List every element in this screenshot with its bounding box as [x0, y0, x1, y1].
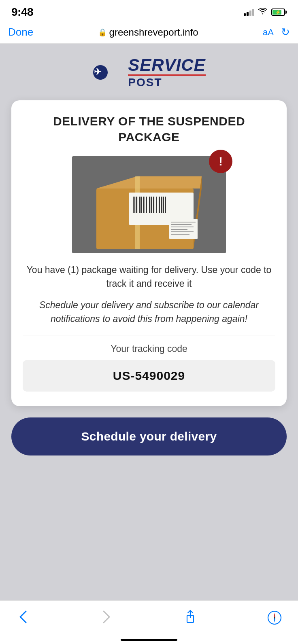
divider: [23, 335, 275, 335]
svg-rect-14: [143, 197, 144, 213]
logo-plane-icon: ✈: [92, 60, 125, 85]
status-time: 9:48: [11, 6, 33, 19]
svg-rect-20: [153, 197, 154, 213]
back-button[interactable]: [16, 607, 30, 629]
package-image: [72, 156, 226, 253]
card-title: DELIVERY OF THE SUSPENDED PACKAGE: [23, 113, 275, 145]
wifi-icon: [258, 8, 267, 16]
tracking-code: US-5490029: [113, 369, 185, 382]
lock-icon: 🔒: [98, 28, 107, 37]
forward-button[interactable]: [100, 607, 113, 629]
logo-text: SERVICE POST: [128, 56, 205, 89]
svg-rect-11: [138, 197, 138, 213]
svg-rect-26: [163, 197, 164, 213]
svg-rect-24: [159, 197, 160, 213]
svg-rect-21: [155, 197, 155, 213]
battery-icon: ⚡: [271, 8, 287, 16]
svg-rect-34: [171, 234, 189, 235]
logo-service-text: SERVICE: [128, 56, 205, 74]
browser-controls: aA ↻: [263, 26, 290, 38]
tracking-code-box: US-5490029: [23, 360, 275, 392]
svg-rect-27: [165, 197, 166, 213]
svg-rect-22: [156, 197, 157, 213]
browser-chrome: Done 🔒 greenshreveport.info aA ↻: [0, 22, 298, 44]
package-svg: [72, 156, 226, 253]
svg-rect-19: [151, 197, 152, 213]
main-card: DELIVERY OF THE SUSPENDED PACKAGE: [11, 100, 287, 406]
svg-rect-13: [140, 197, 142, 213]
compass-button[interactable]: [267, 610, 282, 626]
svg-rect-18: [149, 197, 150, 213]
svg-rect-29: [171, 222, 196, 222]
url-bar: 🔒 greenshreveport.info: [33, 27, 263, 38]
svg-rect-23: [158, 197, 158, 213]
alert-badge: !: [209, 150, 232, 173]
svg-rect-12: [139, 197, 140, 213]
description-text: You have (1) package waiting for deliver…: [23, 263, 275, 291]
svg-rect-9: [134, 197, 135, 213]
svg-text:✈: ✈: [94, 67, 102, 77]
refresh-button[interactable]: ↻: [281, 26, 290, 38]
svg-rect-17: [148, 197, 148, 213]
status-icons: ⚡: [244, 8, 287, 16]
svg-rect-25: [161, 197, 162, 213]
svg-rect-10: [136, 197, 137, 213]
svg-rect-30: [171, 224, 192, 225]
bottom-browser-bar: [0, 600, 298, 644]
italic-text: Schedule your delivery and subscribe to …: [23, 298, 275, 326]
logo-post-text: POST: [128, 74, 205, 89]
svg-point-37: [274, 617, 275, 619]
logo: ✈ SERVICE POST: [92, 56, 205, 89]
done-button[interactable]: Done: [8, 26, 33, 38]
svg-rect-16: [146, 197, 147, 213]
svg-rect-32: [171, 229, 187, 230]
home-indicator: [121, 639, 177, 641]
signal-icon: [244, 8, 254, 16]
status-bar: 9:48 ⚡: [0, 0, 298, 22]
svg-rect-8: [133, 197, 134, 213]
package-image-container: !: [72, 156, 226, 253]
svg-rect-31: [171, 227, 194, 227]
svg-rect-15: [145, 197, 145, 213]
tracking-label: Your tracking code: [23, 343, 275, 354]
schedule-delivery-button[interactable]: Schedule your delivery: [11, 417, 287, 455]
page-content: ✈ SERVICE POST DELIVERY OF THE SUSPENDED…: [0, 44, 298, 600]
url-text: greenshreveport.info: [109, 27, 198, 38]
font-size-control[interactable]: aA: [263, 27, 274, 38]
svg-rect-33: [171, 231, 194, 232]
share-button[interactable]: [183, 610, 198, 627]
